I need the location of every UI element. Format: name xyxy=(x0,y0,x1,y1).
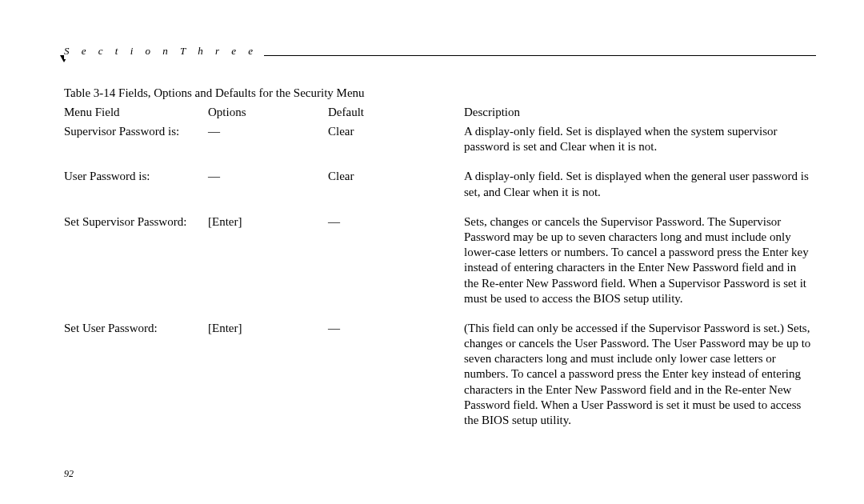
cell-default: Clear xyxy=(328,124,464,169)
cell-default: — xyxy=(328,214,464,321)
table-row: Set Supervisor Password: [Enter] — Sets,… xyxy=(64,214,816,321)
col-header-default: Default xyxy=(328,105,464,124)
page-number: 92 xyxy=(64,468,74,480)
cell-description: Sets, changes or cancels the Supervisor … xyxy=(464,214,816,321)
section-header: S e c t i o n T h r e e xyxy=(64,44,816,59)
cell-menu-field: User Password is: xyxy=(64,169,208,214)
cell-menu-field: Supervisor Password is: xyxy=(64,124,208,169)
table-caption: Table 3-14 Fields, Options and Defaults … xyxy=(64,86,816,100)
col-header-description: Description xyxy=(464,105,816,124)
section-title: S e c t i o n T h r e e xyxy=(64,45,258,59)
page-content: S e c t i o n T h r e e Table 3-14 Field… xyxy=(64,44,816,488)
cell-menu-field: Set Supervisor Password: xyxy=(64,214,208,321)
cell-menu-field: Set User Password: xyxy=(64,321,208,442)
table-row: Supervisor Password is: — Clear A displa… xyxy=(64,124,816,169)
cell-options: — xyxy=(208,124,328,169)
section-title-wrap: S e c t i o n T h r e e xyxy=(64,44,264,59)
table-row: Set User Password: [Enter] — (This field… xyxy=(64,321,816,442)
cell-default: — xyxy=(328,321,464,442)
security-menu-table: Menu Field Options Default Description S… xyxy=(64,105,816,442)
cell-description: (This field can only be accessed if the … xyxy=(464,321,816,442)
table-header-row: Menu Field Options Default Description xyxy=(64,105,816,124)
cell-description: A display-only field. Set is displayed w… xyxy=(464,124,816,169)
cell-default: Clear xyxy=(328,169,464,214)
cell-options: [Enter] xyxy=(208,214,328,321)
cell-options: — xyxy=(208,169,328,214)
cell-options: [Enter] xyxy=(208,321,328,442)
cell-description: A display-only field. Set is displayed w… xyxy=(464,169,816,214)
col-header-options: Options xyxy=(208,105,328,124)
col-header-menu-field: Menu Field xyxy=(64,105,208,124)
table-row: User Password is: — Clear A display-only… xyxy=(64,169,816,214)
